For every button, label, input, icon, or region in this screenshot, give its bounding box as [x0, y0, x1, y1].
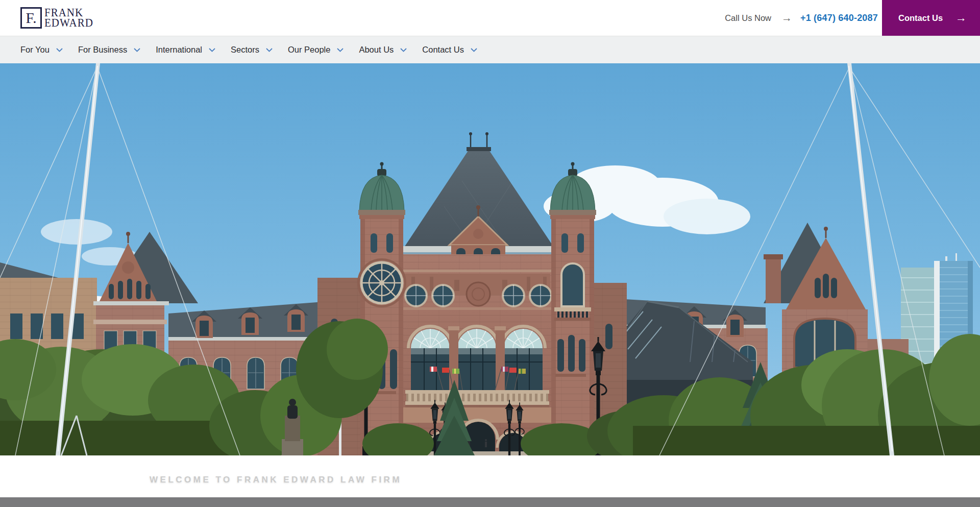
nav-item-label: For Business [78, 45, 127, 55]
arrow-right-icon: → [955, 11, 967, 25]
welcome-section: WELCOME TO FRANK EDWARD LAW FIRM [0, 455, 980, 497]
nav-item-label: Contact Us [422, 45, 464, 55]
next-section-edge [0, 497, 980, 507]
call-us-label[interactable]: Call Us Now [725, 13, 771, 23]
chevron-down-icon [337, 48, 344, 52]
nav-item-about-us[interactable]: About Us [359, 45, 407, 55]
nav-item-label: Sectors [231, 45, 259, 55]
chevron-down-icon [56, 48, 63, 52]
brand-logo[interactable]: F. FRANK EDWARD [20, 7, 93, 29]
hero-photo [0, 63, 980, 455]
chevron-down-icon [209, 48, 215, 52]
nav-item-contact-us[interactable]: Contact Us [422, 45, 477, 55]
nav-item-label: For You [20, 45, 50, 55]
chevron-down-icon [266, 48, 273, 52]
nav-item-label: International [156, 45, 202, 55]
arrow-right-icon: → [781, 12, 792, 24]
logo-line2: EDWARD [44, 18, 93, 28]
header-actions: Call Us Now → +1 (647) 640-2087 Contact … [725, 0, 980, 36]
logo-monogram: F. [20, 7, 42, 29]
hero-section [0, 63, 980, 455]
chevron-down-icon [134, 48, 140, 52]
nav-item-label: About Us [359, 45, 394, 55]
chevron-down-icon [471, 48, 477, 52]
logo-wordmark: FRANK EDWARD [44, 8, 93, 29]
logo-monogram-text: F. [26, 10, 36, 27]
contact-us-button-label: Contact Us [898, 13, 943, 23]
phone-link[interactable]: +1 (647) 640-2087 [800, 13, 878, 23]
contact-us-button[interactable]: Contact Us → [882, 0, 980, 36]
nav-item-for-business[interactable]: For Business [78, 45, 140, 55]
nav-item-our-people[interactable]: Our People [288, 45, 344, 55]
nav-item-label: Our People [288, 45, 330, 55]
nav-item-international[interactable]: International [156, 45, 215, 55]
top-header: F. FRANK EDWARD Call Us Now → +1 (647) 6… [0, 0, 980, 36]
nav-item-for-you[interactable]: For You [20, 45, 63, 55]
nav-item-sectors[interactable]: Sectors [231, 45, 273, 55]
welcome-kicker: WELCOME TO FRANK EDWARD LAW FIRM [150, 475, 402, 485]
main-nav: For You For Business International Secto… [0, 36, 980, 63]
chevron-down-icon [400, 48, 407, 52]
